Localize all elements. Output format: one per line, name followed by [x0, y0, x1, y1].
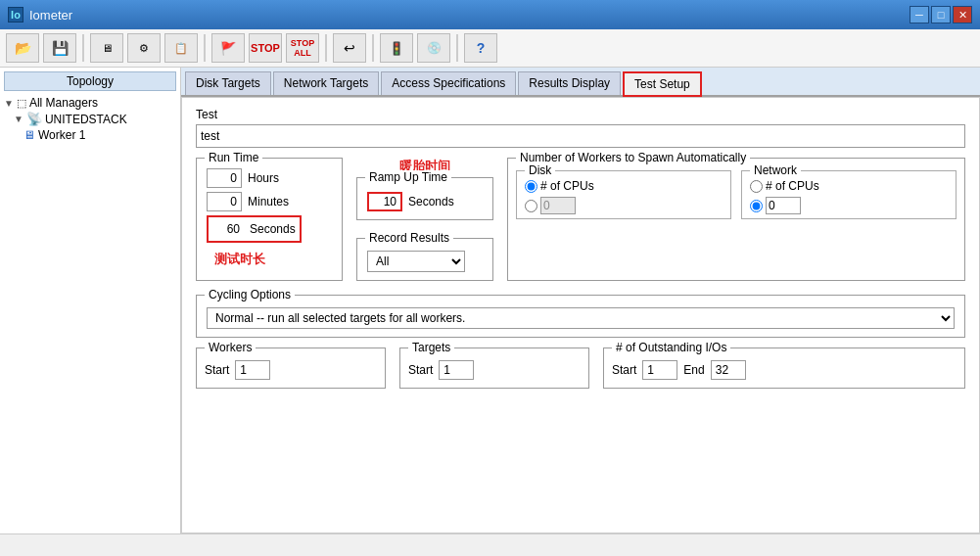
network-radio1-row: # of CPUs: [750, 179, 948, 193]
help-button[interactable]: ?: [464, 33, 497, 63]
network-num-input[interactable]: [766, 197, 801, 214]
ramp-up-label: Ramp Up Time: [365, 170, 451, 184]
ramp-up-group-wrapper: 暖胎时间 Ramp Up Time Seconds: [356, 158, 493, 220]
io-start-input[interactable]: [642, 360, 677, 380]
display-button[interactable]: 🖥: [90, 33, 123, 63]
workers-group: Number of Workers to Spawn Automatically…: [507, 158, 965, 281]
hours-row: Hours: [207, 168, 332, 188]
disk-num-input[interactable]: [540, 197, 576, 214]
workers-bottom-label: Workers: [205, 341, 256, 354]
flag-button[interactable]: 🚩: [211, 33, 245, 63]
tab-test-setup[interactable]: Test Setup: [623, 71, 702, 97]
tab-results-display[interactable]: Results Display: [518, 71, 621, 95]
disk-cpu-label: # of CPUs: [540, 179, 594, 193]
copy-button[interactable]: 📋: [164, 33, 198, 63]
disk-radio2-row: [525, 197, 723, 214]
minutes-label: Minutes: [248, 195, 289, 208]
network-radio2-row: [750, 197, 948, 214]
expand-icon-2: ▼: [14, 114, 23, 124]
record-results-label: Record Results: [365, 231, 453, 245]
maximize-button[interactable]: □: [931, 6, 951, 23]
right-panel: Disk Targets Network Targets Access Spec…: [181, 68, 980, 533]
toolbar-sep-1: [82, 34, 84, 62]
network-cpu-label: # of CPUs: [766, 179, 819, 193]
app-icon: Io: [8, 7, 23, 23]
close-button[interactable]: ✕: [953, 6, 972, 23]
tab-network-targets[interactable]: Network Targets: [273, 71, 379, 95]
disk-button[interactable]: 💿: [417, 33, 450, 63]
stop-all-button[interactable]: STOP ALL: [286, 33, 319, 63]
content-area: Test Run Time Hours Minutes: [181, 97, 980, 533]
hours-label: Hours: [248, 171, 279, 185]
seconds-row: Seconds: [207, 215, 302, 243]
disk-radio1-row: # of CPUs: [525, 179, 723, 193]
open-button[interactable]: 📂: [6, 33, 39, 63]
arrow-button[interactable]: ↩: [333, 33, 366, 63]
record-results-content: All None Timed Run Only: [367, 245, 483, 272]
minutes-input[interactable]: [207, 192, 242, 211]
cycling-select[interactable]: Normal -- run all selected targets for a…: [207, 307, 955, 329]
tree-worker[interactable]: 🖥 Worker 1: [23, 127, 176, 143]
targets-bottom-label: Targets: [408, 341, 454, 354]
config-button[interactable]: ⚙: [127, 33, 161, 63]
stop-button[interactable]: STOP: [249, 33, 282, 63]
tree-worker-label: Worker 1: [38, 128, 85, 142]
record-results-group: Record Results All None Timed Run Only: [356, 238, 493, 281]
cycling-label: Cycling Options: [205, 288, 295, 301]
manager-icon: 📡: [26, 112, 42, 126]
status-bar: [0, 533, 980, 555]
sidebar: Topology ▼ ⬚ All Managers ▼ 📡 UNITEDSTAC…: [0, 68, 181, 533]
ramp-seconds-label: Seconds: [408, 195, 454, 208]
tab-disk-targets[interactable]: Disk Targets: [185, 71, 271, 95]
ramp-up-group: Ramp Up Time Seconds: [356, 177, 493, 220]
tabs: Disk Targets Network Targets Access Spec…: [181, 68, 980, 97]
sections-row: Run Time Hours Minutes: [196, 158, 965, 281]
io-bottom-inner: Start End: [612, 360, 957, 380]
main-area: Topology ▼ ⬚ All Managers ▼ 📡 UNITEDSTAC…: [0, 68, 980, 533]
ramp-seconds-input[interactable]: [367, 192, 402, 211]
network-cpu-radio[interactable]: [750, 180, 763, 193]
network-num-radio[interactable]: [750, 200, 763, 212]
seconds-input[interactable]: [212, 219, 244, 239]
computer-icon: 🖥: [23, 128, 35, 142]
traffic-button[interactable]: 🚦: [380, 33, 413, 63]
run-time-content: Hours Minutes Seconds: [207, 168, 332, 268]
toolbar-sep-3: [325, 34, 327, 62]
hours-input[interactable]: [207, 168, 242, 188]
window-title: Iometer: [29, 8, 72, 23]
tab-access-specifications[interactable]: Access Specifications: [381, 71, 516, 95]
io-end-input[interactable]: [711, 360, 746, 380]
expand-icon: ▼: [4, 98, 14, 109]
targets-bottom-group: Targets Start: [399, 348, 589, 389]
tree-root-label: All Managers: [29, 96, 98, 110]
run-time-annotation: 测试时长: [207, 251, 332, 268]
workers-start-input[interactable]: [235, 360, 270, 380]
title-bar-controls: ─ □ ✕: [910, 6, 972, 23]
disk-num-radio[interactable]: [525, 200, 537, 212]
minimize-button[interactable]: ─: [910, 6, 929, 23]
network-label: Network: [750, 163, 801, 177]
tree-manager-label: UNITEDSTACK: [45, 113, 127, 126]
disk-cpu-radio[interactable]: [525, 180, 537, 193]
toolbar-sep-5: [456, 34, 458, 62]
sidebar-title: Topology: [4, 71, 176, 91]
workers-bottom-inner: Start: [205, 360, 377, 380]
record-results-select[interactable]: All None Timed Run Only: [367, 251, 465, 272]
targets-start-label: Start: [408, 363, 433, 377]
tree-root[interactable]: ▼ ⬚ All Managers: [4, 95, 176, 111]
disk-subgroup: Disk # of CPUs: [516, 170, 731, 219]
tree-manager[interactable]: ▼ 📡 UNITEDSTACK: [14, 111, 176, 127]
toolbar-sep-4: [372, 34, 374, 62]
test-input[interactable]: [196, 124, 965, 148]
network-subgroup: Network # of CPUs: [741, 170, 957, 219]
bottom-row: Workers Start Targets Start #: [196, 348, 965, 389]
toolbar-sep-2: [204, 34, 206, 62]
cycling-section: Cycling Options Normal -- run all select…: [196, 295, 965, 338]
run-time-chinese: 测试时长: [214, 251, 265, 268]
workers-title: Number of Workers to Spawn Automatically: [516, 151, 750, 164]
save-button[interactable]: 💾: [43, 33, 76, 63]
targets-start-input[interactable]: [439, 360, 474, 380]
io-end-label: End: [683, 363, 704, 377]
test-group: Test: [196, 108, 965, 148]
title-bar-left: Io Iometer: [8, 7, 72, 23]
